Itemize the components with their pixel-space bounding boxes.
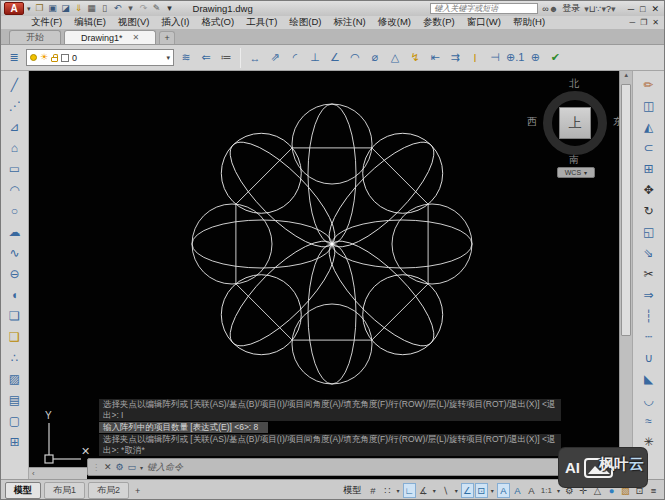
jogged-icon[interactable]: △ — [385, 47, 405, 69]
open-icon[interactable]: ❐ — [34, 2, 46, 15]
signin-label[interactable]: 登录 — [562, 2, 580, 15]
new-tab-button[interactable]: + — [159, 31, 175, 44]
autoscale-icon[interactable]: A — [511, 483, 524, 498]
tolerance-icon[interactable]: ⊕.1 — [505, 47, 525, 69]
trim-icon[interactable]: ✂ — [637, 263, 661, 284]
scroll-left-icon[interactable]: ‹ — [32, 469, 35, 478]
user-icon[interactable]: ☻ — [549, 4, 558, 14]
line-icon[interactable]: ╱ — [2, 74, 26, 95]
grid-icon[interactable]: # — [366, 483, 379, 498]
point-icon[interactable]: ∴ — [2, 347, 26, 368]
fillet-icon[interactable]: ◡ — [637, 389, 661, 410]
erase-icon[interactable]: ✏ — [637, 74, 661, 95]
viewcube-north-label[interactable]: 北 — [569, 77, 579, 91]
break-icon[interactable]: ┄ — [637, 326, 661, 347]
layout-tab-模型[interactable]: 模型 — [5, 482, 41, 499]
layer-combo[interactable]: ☀ 0 ▾ — [26, 49, 174, 66]
menu-item-8[interactable]: 修改(M) — [372, 16, 417, 29]
doc-minimize-icon[interactable]: ─ — [629, 18, 635, 27]
arc-icon[interactable]: ◠ — [2, 179, 26, 200]
dynamic-input-icon[interactable]: ∟ — [403, 483, 416, 498]
table-icon[interactable]: ⊞ — [2, 431, 26, 452]
array-icon[interactable]: ⊞ — [637, 158, 661, 179]
vertical-scrollbar[interactable]: ▲ — [619, 71, 632, 479]
model-space-label[interactable]: 模型 — [339, 484, 365, 497]
insert-block-icon[interactable]: ❏ — [2, 305, 26, 326]
saveas-icon[interactable]: ◪ — [60, 2, 72, 15]
move-icon[interactable]: ✥ — [637, 179, 661, 200]
minimize-icon[interactable]: ─ — [628, 4, 634, 14]
app-menu-caret-icon[interactable]: ▾ — [27, 5, 31, 13]
layer-properties-manager-icon[interactable]: ≣ — [4, 47, 24, 69]
dim-break-icon[interactable]: ⊣ — [485, 47, 505, 69]
osnap-icon[interactable]: ⊡ — [475, 483, 488, 498]
rotate-icon[interactable]: ↻ — [637, 200, 661, 221]
layer-list-icon[interactable]: ≔ — [216, 47, 236, 69]
menu-item-0[interactable]: 文件(F) — [25, 16, 68, 29]
construction-line-icon[interactable]: ⋰ — [2, 95, 26, 116]
annotation-scale-value[interactable]: 1:1 — [539, 483, 554, 498]
copy-icon[interactable]: ◫ — [637, 95, 661, 116]
layout-tab-布局1[interactable]: 布局1 — [44, 482, 85, 499]
layer-states-icon[interactable]: ≋ — [176, 47, 196, 69]
viewcube-south-label[interactable]: 南 — [569, 153, 579, 167]
snap-icon[interactable]: ∷ — [380, 483, 393, 498]
gradient-icon[interactable]: ▤ — [2, 389, 26, 410]
viewcube-west-label[interactable]: 西 — [527, 115, 537, 129]
rectangle-icon[interactable]: ▭ — [2, 158, 26, 179]
quick-dimension-icon[interactable]: ↯ — [405, 47, 425, 69]
menu-item-4[interactable]: 格式(O) — [195, 16, 240, 29]
undo-icon[interactable]: ↶ — [112, 2, 124, 15]
help-dropdown-icon[interactable]: ▾ — [611, 4, 616, 14]
create-block-icon[interactable]: ❑ — [2, 326, 26, 347]
horizontal-scrollbar[interactable]: ‹ — [29, 467, 87, 479]
offset-icon[interactable]: ⊂ — [637, 137, 661, 158]
recent-commands-icon[interactable]: ▭ — [128, 462, 137, 472]
arc-length-icon[interactable]: ◜ — [285, 47, 305, 69]
new-sheet-icon[interactable]: ▯ — [99, 2, 111, 15]
vertical-scroll-thumb[interactable] — [621, 84, 631, 336]
menu-item-9[interactable]: 参数(P) — [417, 16, 461, 29]
angular-icon[interactable]: ∠ — [325, 47, 345, 69]
revcloud-icon[interactable]: ☁ — [2, 221, 26, 242]
menu-item-6[interactable]: 绘图(D) — [283, 16, 327, 29]
osnap-dropdown-icon[interactable]: ▾ — [489, 483, 496, 498]
ellipse-icon[interactable]: ⊖ — [2, 263, 26, 284]
recent-commands-caret-icon[interactable]: ▾ — [140, 464, 143, 471]
tab-close-icon[interactable]: ✕ — [133, 33, 140, 42]
new-layout-button[interactable]: + — [131, 486, 144, 496]
menu-item-11[interactable]: 帮助(H) — [507, 16, 551, 29]
polar-dropdown-icon[interactable]: ▾ — [431, 483, 438, 498]
baseline-icon[interactable]: ⇤ — [425, 47, 445, 69]
cart-icon[interactable]: ⊔ — [589, 4, 596, 14]
tab-drawing1[interactable]: Drawing1* ✕ — [64, 30, 156, 44]
menu-item-2[interactable]: 视图(V) — [112, 16, 156, 29]
aligned-dimension-icon[interactable]: ⇗ — [265, 47, 285, 69]
maximize-icon[interactable]: □ — [640, 4, 645, 14]
menu-item-1[interactable]: 编辑(E) — [68, 16, 112, 29]
redo-icon[interactable]: ↷ — [138, 2, 150, 15]
polyline-icon[interactable]: ⊿ — [2, 116, 26, 137]
stretch-icon[interactable]: ⇘ — [637, 242, 661, 263]
scroll-up-icon[interactable]: ▲ — [620, 72, 632, 78]
annotation-scale-icon[interactable]: A — [525, 483, 538, 498]
chamfer-icon[interactable]: ◣ — [637, 368, 661, 389]
viewcube-top-face[interactable]: 上 — [559, 107, 591, 139]
command-grip-icon[interactable]: ⋮ — [92, 463, 100, 472]
wrench-customize-icon[interactable]: ⚙ — [115, 462, 123, 472]
qat-customize-icon[interactable]: ▾ — [164, 2, 176, 15]
diameter-icon[interactable]: ⌀ — [365, 47, 385, 69]
extend-icon[interactable]: ⇒ — [637, 284, 661, 305]
isodraft-dropdown-icon[interactable]: ▾ — [453, 483, 460, 498]
dim-space-icon[interactable]: Ι — [465, 47, 485, 69]
dim-update-icon[interactable]: ✔ — [545, 47, 565, 69]
menu-item-7[interactable]: 标注(N) — [328, 16, 372, 29]
annotate-icon[interactable]: ✎ — [151, 2, 163, 15]
tab-start[interactable]: 开始 — [9, 30, 61, 44]
polygon-icon[interactable]: ⌂ — [2, 137, 26, 158]
layer-combo-caret-icon[interactable]: ▾ — [166, 54, 170, 62]
otrack-icon[interactable]: ∠ — [461, 483, 474, 498]
layout-tab-布局2[interactable]: 布局2 — [88, 482, 129, 499]
search-input[interactable] — [430, 3, 538, 14]
region-icon[interactable]: ▢ — [2, 410, 26, 431]
